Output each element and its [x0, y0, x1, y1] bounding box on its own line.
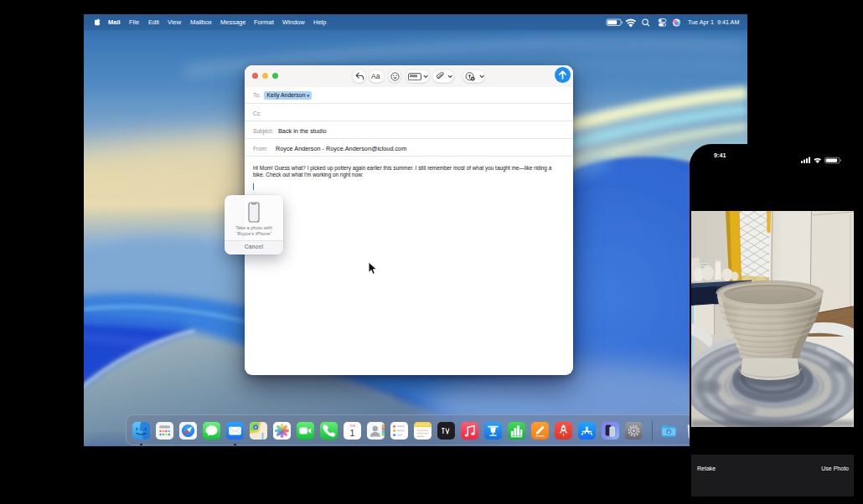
svg-text:1: 1: [349, 428, 354, 438]
